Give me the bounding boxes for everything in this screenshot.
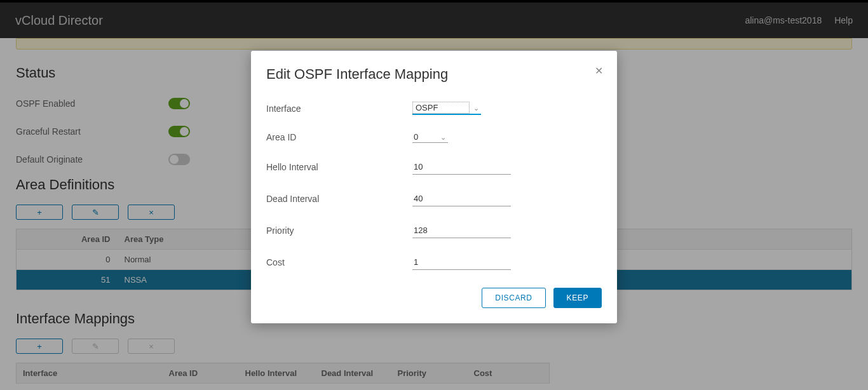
interface-select[interactable]: OSPF ⌄ bbox=[412, 102, 481, 115]
chevron-down-icon: ⌄ bbox=[440, 133, 446, 141]
hello-interval-input[interactable] bbox=[412, 159, 511, 175]
chevron-down-icon: ⌄ bbox=[473, 104, 479, 112]
priority-label: Priority bbox=[266, 225, 412, 236]
cost-label: Cost bbox=[266, 257, 412, 267]
priority-input[interactable] bbox=[412, 223, 511, 238]
area-id-select[interactable]: 0 ⌄ bbox=[412, 131, 448, 143]
modal-scrim: ✕ Edit OSPF Interface Mapping Interface … bbox=[0, 0, 868, 390]
modal-title: Edit OSPF Interface Mapping bbox=[266, 66, 602, 83]
interface-select-value: OSPF bbox=[412, 102, 470, 114]
close-icon[interactable]: ✕ bbox=[595, 65, 603, 77]
dead-interval-label: Dead Interval bbox=[266, 194, 412, 204]
cost-input[interactable] bbox=[412, 255, 511, 270]
edit-ospf-interface-modal: ✕ Edit OSPF Interface Mapping Interface … bbox=[251, 51, 617, 323]
area-id-select-value: 0 bbox=[412, 131, 431, 142]
dead-interval-input[interactable] bbox=[412, 191, 511, 206]
hello-interval-label: Hello Interval bbox=[266, 162, 412, 172]
interface-label: Interface bbox=[266, 104, 412, 114]
discard-button[interactable]: DISCARD bbox=[482, 288, 545, 308]
keep-button[interactable]: KEEP bbox=[553, 288, 602, 308]
area-id-label: Area ID bbox=[266, 132, 412, 142]
